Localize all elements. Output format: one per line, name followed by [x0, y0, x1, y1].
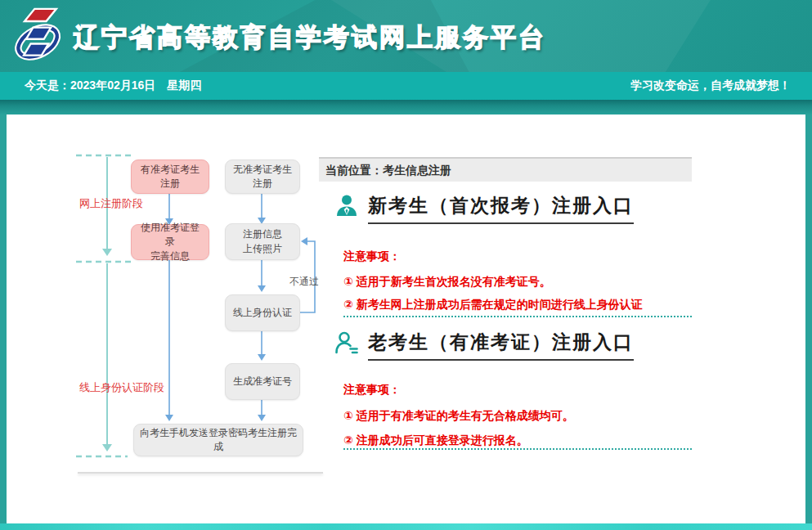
stage-label-online-registration: 网上注册阶段 [79, 196, 143, 211]
current-date-text: 今天是：2023年02月16日 星期四 [25, 79, 201, 93]
fail-branch-label: 不通过 [289, 275, 319, 289]
returning-student-note-2: ② 注册成功后可直接登录进行报名。 [343, 433, 528, 448]
flow-node-register-with-ticket[interactable]: 有准考证考生注册 [131, 159, 209, 194]
slogan-text: 学习改变命运，自考成就梦想！ [630, 79, 791, 93]
new-student-register-link[interactable]: 新考生（首次报考）注册入口 [368, 193, 634, 224]
info-bar: 今天是：2023年02月16日 星期四 学习改变命运，自考成就梦想！ [0, 72, 812, 100]
returning-student-note-1: ① 适用于有准考证的考生有无合格成绩均可。 [343, 409, 574, 424]
flow-node-login-complete-info[interactable]: 使用准考证登录 完善信息 [131, 224, 209, 260]
header-shadow-strip [0, 100, 812, 115]
flow-node-register-without-ticket: 无准考证考生注册 [225, 159, 300, 194]
site-header: 辽宁省高等教育自学考试网上服务平台 [0, 0, 812, 72]
section-divider [343, 316, 692, 317]
stage-label-identity-verification: 线上身份认证阶段 [79, 380, 164, 395]
page: 辽宁省高等教育自学考试网上服务平台 今天是：2023年02月16日 星期四 学习… [0, 0, 812, 530]
returning-student-notes-title: 注意事项： [343, 383, 401, 398]
main-panel: 有准考证考生注册 无准考证考生注册 使用准考证登录 完善信息 注册信息 上传照片… [7, 115, 805, 523]
new-student-note-2: ② 新考生网上注册成功后需在规定的时间进行线上身份认证 [343, 298, 643, 312]
site-title: 辽宁省高等教育自学考试网上服务平台 [74, 0, 546, 72]
section-divider [343, 448, 692, 450]
flow-node-identity-verification: 线上身份认证 [225, 294, 300, 331]
new-student-note-1: ① 适用于新考生首次报名没有准考证号。 [343, 275, 551, 290]
footer-strip [0, 523, 812, 530]
flow-node-generate-ticket-number: 生成准考证号 [225, 363, 300, 400]
flow-node-registration-complete: 向考生手机发送登录密码考生注册完成 [133, 424, 303, 456]
returning-student-entry-row: 老考生（有准考证）注册入口 [334, 330, 634, 361]
breadcrumb: 当前位置：考生信息注册 [319, 157, 692, 182]
new-student-entry-row: 新考生（首次报考）注册入口 [334, 193, 634, 224]
site-logo-icon [11, 7, 67, 65]
flow-node-upload-photo: 注册信息 上传照片 [225, 223, 300, 260]
flowchart-bottom-divider [78, 472, 323, 474]
returning-student-register-link[interactable]: 老考生（有准考证）注册入口 [368, 330, 634, 361]
new-student-notes-title: 注意事项： [343, 249, 401, 264]
